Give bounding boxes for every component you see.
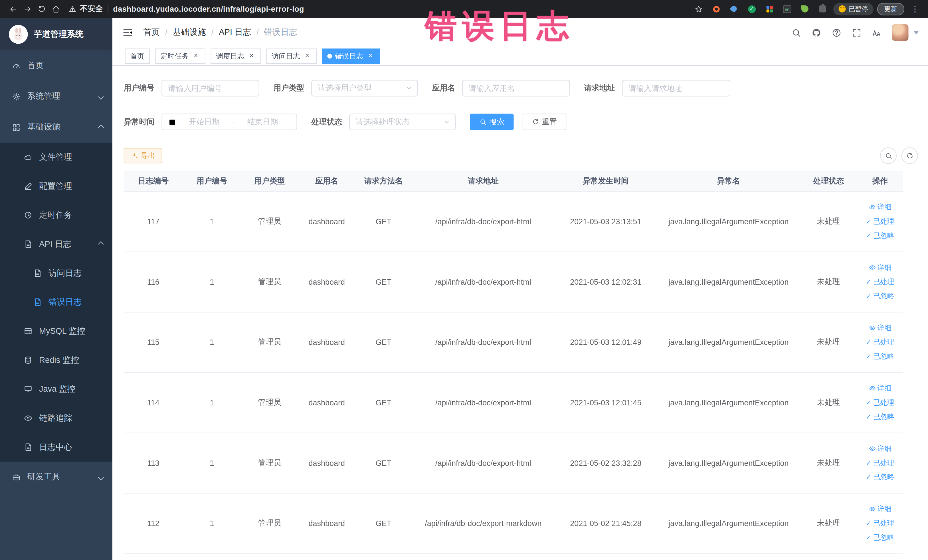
sidebar-item-system[interactable]: 系统管理 [0,81,112,112]
url-text[interactable]: dashboard.yudao.iocoder.cn/infra/log/api… [113,5,304,14]
sidebar-item-api-log[interactable]: API 日志 [0,230,112,259]
processed-link[interactable]: ✓已处理 [866,397,894,407]
bookmark-star-icon[interactable] [691,2,705,16]
home-icon[interactable] [49,2,63,16]
gauge-icon [12,61,21,70]
ext-leaf-icon[interactable] [798,2,812,16]
fullscreen-icon[interactable] [852,27,862,37]
breadcrumb-home[interactable]: 首页 [143,27,160,38]
hamburger-fold-icon[interactable] [122,26,133,38]
ext-check-icon[interactable]: ✓ [745,2,759,16]
back-icon[interactable] [6,2,20,16]
user-id-input[interactable] [162,80,259,96]
check-icon: ✓ [866,352,871,360]
detail-link[interactable]: 详细 [868,444,891,453]
cell-actions: 详细 ✓已处理 ✓已忽略 [857,252,903,312]
tab-scheduled-jobs[interactable]: 定时任务× [155,49,205,64]
github-icon[interactable] [811,27,821,37]
sidebar-item-mysql-monitor[interactable]: MySQL 监控 [0,317,112,346]
app-name-label: 应用名 [432,83,455,93]
breadcrumb-infra[interactable]: 基础设施 [173,27,206,38]
sidebar-item-dev-tools[interactable]: 研发工具 [0,462,112,492]
sidebar-item-access-log[interactable]: 访问日志 [0,259,112,288]
detail-link[interactable]: 详细 [868,262,891,272]
request-url-input[interactable] [622,80,730,96]
forward-icon[interactable] [20,2,35,16]
search-icon[interactable] [791,27,801,37]
sidebar-item-java-monitor[interactable]: Java 监控 [0,375,112,404]
reset-button[interactable]: 重置 [523,113,566,130]
col-user-type: 用户类型 [241,171,298,191]
cell-request-url: /api/infra/db-doc/export-html [412,191,554,252]
address-bar[interactable]: 不安全 dashboard.yudao.iocoder.cn/infra/log… [69,3,691,14]
ignored-link[interactable]: ✓已忽略 [866,230,894,241]
sidebar-item-error-log[interactable]: 错误日志 [0,288,112,317]
cell-exception-name: java.lang.IllegalArgumentException [657,433,800,493]
process-status-select[interactable]: 请选择处理状态 [349,113,456,130]
toggle-search-button[interactable] [880,148,897,164]
tab-dispatch-log[interactable]: 调度日志× [211,49,261,64]
processed-link[interactable]: ✓已处理 [866,216,894,226]
breadcrumb-current: 错误日志 [264,27,297,38]
ignored-link[interactable]: ✓已忽略 [866,412,894,422]
sidebar-item-infra[interactable]: 基础设施 [0,112,112,143]
close-icon[interactable]: × [247,52,256,61]
ignored-link[interactable]: ✓已忽略 [866,533,894,542]
detail-link[interactable]: 详细 [868,202,891,212]
col-request-url: 请求地址 [412,171,554,191]
close-icon[interactable]: × [303,52,311,61]
app-name-input[interactable] [462,80,570,96]
ignored-link[interactable]: ✓已忽略 [866,472,894,482]
sidebar-item-log-center[interactable]: 日志中心 [0,433,112,462]
detail-link[interactable]: 详细 [868,383,891,393]
processed-link[interactable]: ✓已处理 [866,277,894,287]
security-badge[interactable]: 不安全 [69,3,103,14]
breadcrumb-separator: / [256,28,259,37]
close-icon[interactable]: × [192,52,200,61]
page-content: 用户编号 用户类型 请选择用户类型 应用名 请求地址 [112,66,928,560]
sidebar-item-home[interactable]: 首页 [0,50,112,81]
ignored-link[interactable]: ✓已忽略 [866,351,894,361]
export-button[interactable]: 导出 [124,148,162,163]
app-logo[interactable]: 芋道管理系统 [0,18,112,50]
sidebar-item-redis-monitor[interactable]: Redis 监控 [0,346,112,375]
ext-puzzle-icon[interactable] [816,2,830,16]
update-button[interactable]: 更新 [877,3,904,15]
search-button[interactable]: 搜索 [470,113,514,130]
chevron-up-icon [98,124,104,130]
avatar-caret-icon[interactable] [914,31,919,34]
kebab-menu-icon[interactable]: ⋮ [908,2,922,16]
check-icon: ✓ [866,217,871,225]
ignored-link[interactable]: ✓已忽略 [866,291,894,301]
profile-paused-badge[interactable]: 已暂停 [833,3,873,15]
tab-home[interactable]: 首页 [125,49,150,64]
cloud-icon [24,153,32,162]
close-icon[interactable]: × [366,52,375,61]
processed-link[interactable]: ✓已处理 [866,518,894,528]
processed-link[interactable]: ✓已处理 [866,458,894,468]
processed-link[interactable]: ✓已处理 [866,337,894,347]
detail-link[interactable]: 详细 [868,504,891,514]
sidebar-item-config-manage[interactable]: 配置管理 [0,172,112,201]
user-avatar[interactable] [892,24,908,41]
ext-drop-icon[interactable] [727,2,741,16]
sidebar-item-trace[interactable]: 链路追踪 [0,404,112,433]
sidebar-item-file-manage[interactable]: 文件管理 [0,143,112,172]
check-icon: ✓ [866,534,871,541]
sidebar-item-scheduled-jobs[interactable]: 定时任务 [0,201,112,230]
ext-grid-icon[interactable] [762,2,777,16]
cell-user-type: 管理员 [241,433,298,493]
exception-time-range-picker[interactable]: 开始日期 - 结束日期 [162,113,297,130]
detail-link[interactable]: 详细 [868,323,891,333]
ext-on-badge-icon[interactable]: on [780,2,794,16]
font-size-icon[interactable] [872,27,882,37]
breadcrumb-api-log[interactable]: API 日志 [219,27,251,38]
tab-access-log[interactable]: 访问日志× [266,49,317,64]
refresh-table-button[interactable] [902,148,918,164]
reload-icon[interactable] [34,2,49,16]
ext-ring-icon[interactable] [709,2,723,16]
user-type-select[interactable]: 请选择用户类型 [311,80,418,96]
help-icon[interactable] [832,27,841,37]
exception-time-label: 异常时间 [124,117,155,127]
tab-error-log[interactable]: 错误日志× [322,49,380,64]
